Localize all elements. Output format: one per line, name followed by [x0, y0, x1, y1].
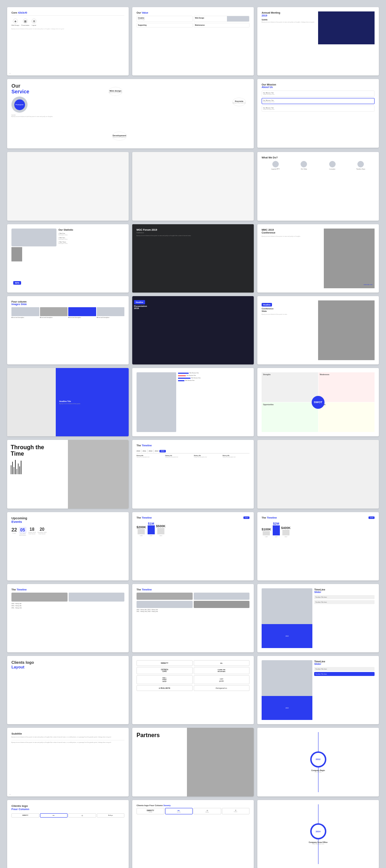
mission-title: Our MissionAbout Us — [262, 83, 375, 88]
year: 2010 — [137, 450, 140, 452]
col-desc: Alt text and description — [97, 317, 125, 318]
value-image — [227, 16, 249, 21]
powerpoint-bubble: Powerpoint — [14, 99, 25, 110]
slide-clients-logo-sweety: SWEETY nc. OSTRICHCAFE CLIMB THEMOUNTAIN… — [132, 656, 254, 724]
tl-image — [69, 593, 125, 602]
col-image — [40, 307, 68, 316]
subtitle-body-2: A peep at some distant orb has power to … — [11, 742, 124, 744]
logo-sub: Partner — [234, 811, 237, 813]
icon-label: Web Design — [11, 24, 19, 26]
development-bubble: Development A peep at some distant orb — [112, 132, 127, 141]
slide-title: Our Value — [137, 11, 249, 14]
tl-title: The Timeline — [262, 516, 277, 519]
abstract-desc: A peep at some distant orb has power. — [59, 403, 125, 404]
feature-item: Timeline Save — [347, 161, 375, 170]
slider2-item: Timeline Title here — [314, 667, 375, 671]
blue-word: Value — [142, 11, 148, 14]
swot-weaknesses: Weaknesses — [318, 372, 375, 402]
value-title: Supporting — [138, 24, 191, 26]
year-circle: 2012 — [310, 751, 326, 768]
slide-abstract: Headline Title A peep at some distant or… — [7, 368, 129, 436]
slide-timeline-circle-2014: 2014 Company Grow Office Office descript… — [257, 800, 379, 868]
slider-item: Timeline Title here — [314, 595, 375, 599]
event-date: 20 — [38, 527, 46, 532]
mission-item-highlight: Our Mission TitleSubtitle description he… — [262, 98, 375, 104]
service-image: Powerpoint — [11, 97, 28, 113]
logo-sub: Bulleye — [206, 811, 209, 813]
col-image — [97, 307, 125, 316]
web-design-bubble: Web design A peep at some distant orb — [108, 87, 123, 96]
col-item: Alt text and description — [11, 307, 39, 318]
event-label: Event — [11, 533, 17, 534]
swot-strengths: Strengths — [262, 372, 318, 402]
four-col-title: Clients logoFour Column — [11, 804, 124, 811]
tl-info: 2013 - History title — [11, 605, 124, 607]
event-desc: Event Summit — [38, 533, 46, 535]
forum-desc: A peep at some distant orb has power to … — [137, 235, 249, 236]
slide-timeline-slider-2: 2019 TimeLineSlider Timeline Title here … — [257, 656, 379, 724]
tl-header: The Timeline 2019 — [137, 516, 249, 519]
mission-item: Our Mission TitleSubtitle description he… — [262, 90, 375, 97]
v-line — [18, 464, 19, 474]
slide-timeline-circle-2012: 2012 Company Begin 30 company — [257, 728, 379, 796]
slide-bar-chart: Title Service One Title Service One Titl… — [132, 368, 254, 436]
icon-layout: ⊞ Layout — [31, 19, 36, 26]
service-row: Title Service One — [178, 380, 249, 381]
four-col-logo-item: Q Partner — [222, 808, 250, 814]
event-desc: Event Summit — [28, 533, 36, 535]
logo-text: Herringwood co. — [216, 687, 227, 689]
money-bar-blue — [148, 525, 155, 534]
abstract-right: Headline Title A peep at some distant or… — [56, 368, 129, 436]
money-bar — [138, 529, 145, 534]
feature-icon — [301, 161, 307, 167]
tl-info: History Info description text — [165, 456, 192, 458]
stat-desc: Description here — [58, 239, 124, 240]
logo-text: nc. — [53, 814, 55, 816]
col-image-blue — [68, 307, 96, 316]
conf-link: www.site.com — [364, 284, 372, 285]
slide-number: 22 — [9, 794, 11, 795]
feature-icon — [329, 161, 336, 167]
layout-icon: ⊞ — [31, 19, 36, 24]
conf-slide-image — [318, 300, 375, 360]
slide-desc: A peep at some distant orb has power to … — [11, 28, 124, 30]
money-item: $2M Label — [273, 522, 280, 538]
icon-presentation: ▦ Presentation — [21, 19, 29, 26]
slide-annual-meeting: Annual Meeting2019 Subtitle A peep at so… — [257, 7, 379, 75]
slide-timeline-money-1: The Timeline 2019 $200K Label $1M Label … — [132, 512, 254, 580]
tl-info: History Info description text — [223, 456, 249, 458]
logo-climb: CLIMB THEMOUNTAIN — [194, 667, 250, 674]
slide-partners-building: Partners — [132, 728, 254, 796]
feature-icon — [272, 161, 279, 167]
slide-blank-2 — [132, 152, 254, 220]
icon-label: Layout — [32, 24, 36, 26]
slide-our-statistic: 50% Our Statistic • Title One Descriptio… — [7, 224, 129, 293]
swot-center: SWOT — [312, 396, 325, 409]
headline-badge: Headline — [262, 303, 272, 307]
abstract-bg: Headline Title A peep at some distant or… — [7, 368, 129, 436]
value-item: Supporting — [137, 23, 193, 28]
money-val-blue: $1M — [148, 522, 155, 525]
bar — [178, 373, 189, 374]
money-bar-blue — [273, 525, 280, 535]
slide-our-mission: Our MissionAbout Us Our Mission TitleSub… — [257, 79, 379, 147]
year: 2014 — [155, 450, 158, 452]
tl-title: The Timeline — [137, 516, 152, 519]
logo-col-item: SWEETY — [11, 813, 39, 818]
timeline-blue: Timeline — [142, 444, 152, 447]
stat-desc: Description here — [58, 243, 124, 244]
money-item: $400K Label — [281, 526, 291, 538]
value-item: Creative Web Design — [137, 16, 193, 22]
bar — [178, 378, 190, 379]
logo-text: CLIMB THEMOUNTAIN — [218, 669, 226, 672]
money-item: $1M Label — [148, 522, 155, 536]
percent-badge: 50% — [13, 281, 21, 285]
pres-header: Headline Presentation2019. — [134, 298, 252, 309]
slide-conference-slide: Headline ConferenceSlide A peep at some … — [257, 296, 379, 364]
bubble-desc: A peep at some distant orb — [233, 102, 246, 104]
money-label: Label — [148, 535, 155, 536]
icon-row: ◈ Web Design ▦ Presentation ⊞ Layout — [11, 19, 124, 26]
col-desc: Alt text and description — [40, 317, 68, 318]
slide-empty-7-3 — [257, 440, 379, 508]
bubble-keynote: Keynote A peep at some distant orb — [232, 98, 246, 106]
